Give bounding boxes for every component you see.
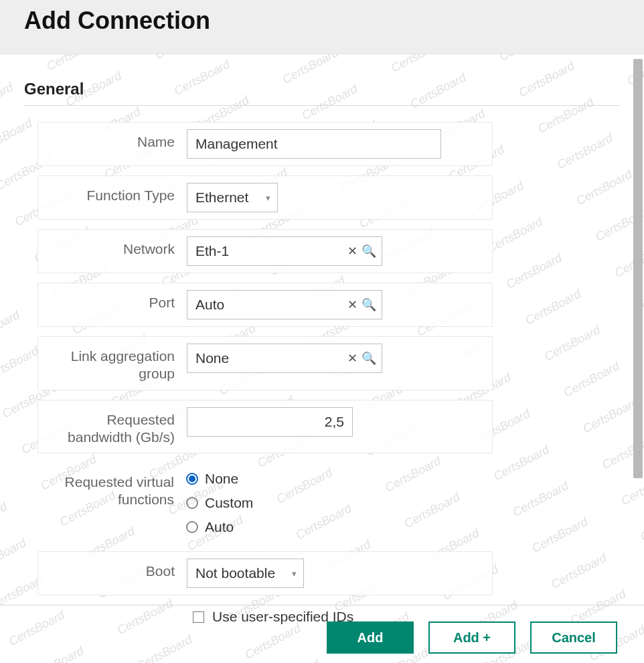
cancel-button[interactable]: Cancel (530, 621, 617, 654)
field-name: Name Management (37, 122, 493, 166)
input-bandwidth-value: 2,5 (325, 414, 344, 430)
select-boot[interactable]: Not bootable ▾ (187, 559, 304, 588)
lookup-lag-value: None (195, 350, 229, 366)
input-name[interactable]: Management (187, 129, 441, 159)
page-title: Add Connection (24, 7, 620, 35)
radio-label-auto: Auto (205, 519, 234, 535)
select-function-type-value: Ethernet (195, 190, 248, 206)
lookup-network-value: Eth-1 (195, 243, 229, 259)
lookup-lag[interactable]: None ✕ 🔍 (187, 344, 382, 373)
chevron-down-icon: ▾ (292, 569, 297, 579)
label-function-type: Function Type (48, 183, 175, 204)
radio-icon (186, 473, 198, 485)
field-rvf: Requested virtual functions None Custom … (37, 463, 493, 542)
clear-icon[interactable]: ✕ (347, 297, 357, 312)
clear-icon[interactable]: ✕ (347, 351, 357, 366)
label-boot: Boot (48, 559, 175, 580)
label-bandwidth: Requested bandwidth (Gb/s) (48, 407, 175, 447)
radio-rvf-auto[interactable]: Auto (186, 519, 483, 535)
field-port: Port Auto ✕ 🔍 (37, 283, 493, 327)
add-plus-button[interactable]: Add + (428, 621, 515, 654)
lookup-port-value: Auto (195, 297, 224, 313)
select-boot-value: Not bootable (195, 565, 275, 581)
label-network: Network (48, 236, 175, 258)
radio-rvf-none[interactable]: None (186, 471, 483, 487)
scrollbar[interactable] (633, 59, 643, 596)
field-function-type: Function Type Ethernet ▾ (37, 175, 493, 220)
search-icon[interactable]: 🔍 (361, 351, 376, 366)
section-title-general: General (24, 80, 620, 98)
label-name: Name (48, 129, 175, 151)
radio-icon (186, 521, 198, 533)
divider (24, 105, 620, 106)
lookup-network[interactable]: Eth-1 ✕ 🔍 (187, 236, 382, 266)
select-function-type[interactable]: Ethernet ▾ (187, 183, 278, 212)
field-bandwidth: Requested bandwidth (Gb/s) 2,5 (37, 400, 493, 454)
field-network: Network Eth-1 ✕ 🔍 (37, 229, 493, 273)
clear-icon[interactable]: ✕ (347, 244, 357, 259)
label-lag: Link aggregation group (48, 344, 175, 383)
input-bandwidth[interactable]: 2,5 (187, 407, 353, 437)
radio-group-rvf: None Custom Auto (186, 469, 483, 535)
field-boot: Boot Not bootable ▾ (37, 551, 493, 595)
label-port: Port (48, 290, 175, 311)
radio-icon (186, 497, 198, 509)
search-icon[interactable]: 🔍 (361, 297, 376, 312)
chevron-down-icon: ▾ (266, 193, 270, 203)
search-icon[interactable]: 🔍 (361, 244, 376, 259)
dialog-footer: Add Add + Cancel (0, 605, 644, 654)
lookup-port[interactable]: Auto ✕ 🔍 (187, 290, 382, 319)
radio-rvf-custom[interactable]: Custom (186, 495, 483, 511)
form-general: Name Management Function Type Ethernet ▾… (37, 122, 493, 625)
dialog-header: Add Connection (0, 0, 644, 54)
label-rvf: Requested virtual functions (47, 469, 174, 509)
radio-label-custom: Custom (205, 495, 253, 511)
radio-label-none: None (205, 471, 238, 487)
add-button[interactable]: Add (327, 621, 414, 654)
field-lag: Link aggregation group None ✕ 🔍 (37, 336, 493, 390)
scrollbar-thumb[interactable] (633, 59, 643, 478)
